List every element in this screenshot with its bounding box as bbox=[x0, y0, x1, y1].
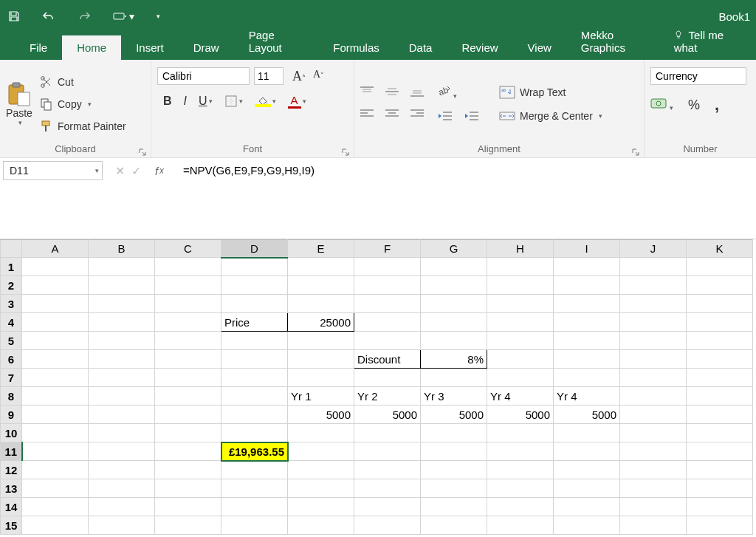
font-size-input[interactable] bbox=[254, 67, 284, 85]
cell-E8[interactable]: Yr 1 bbox=[288, 387, 354, 406]
cell-E5[interactable] bbox=[288, 332, 354, 350]
qat-customize-icon[interactable]: ▾ bbox=[157, 13, 160, 20]
cell-I6[interactable] bbox=[554, 350, 620, 369]
cell-A5[interactable] bbox=[22, 332, 89, 350]
cell-D6[interactable] bbox=[221, 350, 288, 369]
cell-A4[interactable] bbox=[22, 313, 89, 332]
cell-I13[interactable] bbox=[554, 479, 620, 498]
cell-I3[interactable] bbox=[554, 295, 620, 313]
cell-F8[interactable]: Yr 2 bbox=[354, 387, 421, 406]
cell-K2[interactable] bbox=[687, 276, 753, 295]
cell-C10[interactable] bbox=[155, 424, 221, 442]
cell-H1[interactable] bbox=[487, 258, 554, 276]
tab-home[interactable]: Home bbox=[62, 35, 121, 60]
cell-H11[interactable] bbox=[487, 442, 554, 461]
cell-I15[interactable] bbox=[554, 516, 620, 535]
cell-F11[interactable] bbox=[354, 442, 421, 461]
cell-G12[interactable] bbox=[421, 461, 487, 479]
cell-I12[interactable] bbox=[554, 461, 620, 479]
increase-indent-icon[interactable] bbox=[464, 110, 478, 125]
cell-I2[interactable] bbox=[554, 276, 620, 295]
tab-data[interactable]: Data bbox=[394, 35, 447, 60]
cell-C6[interactable] bbox=[155, 350, 221, 369]
cell-H4[interactable] bbox=[487, 313, 554, 332]
cell-G15[interactable] bbox=[421, 516, 487, 535]
merge-center-button[interactable]: Merge & Center ▾ bbox=[499, 109, 602, 123]
save-icon[interactable] bbox=[8, 10, 20, 22]
column-header-B[interactable]: B bbox=[89, 240, 155, 258]
format-painter-button[interactable]: Format Painter bbox=[37, 117, 129, 136]
cell-A9[interactable] bbox=[22, 406, 89, 424]
cell-D14[interactable] bbox=[221, 498, 288, 516]
cell-D15[interactable] bbox=[221, 516, 288, 535]
cell-K8[interactable] bbox=[687, 387, 753, 406]
cell-F12[interactable] bbox=[354, 461, 421, 479]
cell-B10[interactable] bbox=[89, 424, 155, 442]
row-header-7[interactable]: 7 bbox=[1, 369, 22, 387]
cell-F15[interactable] bbox=[354, 516, 421, 535]
cell-J8[interactable] bbox=[620, 387, 687, 406]
cell-C4[interactable] bbox=[155, 313, 221, 332]
cell-K15[interactable] bbox=[687, 516, 753, 535]
cell-B2[interactable] bbox=[89, 276, 155, 295]
alignment-dialog-launcher-icon[interactable] bbox=[632, 146, 641, 154]
cell-C7[interactable] bbox=[155, 369, 221, 387]
borders-button[interactable]: ▾ bbox=[224, 95, 243, 108]
align-middle-icon[interactable] bbox=[385, 86, 399, 100]
decrease-font-icon[interactable]: A˅ bbox=[313, 69, 324, 84]
column-header-C[interactable]: C bbox=[155, 240, 221, 258]
cell-D13[interactable] bbox=[221, 479, 288, 498]
cell-C3[interactable] bbox=[155, 295, 221, 313]
cell-D7[interactable] bbox=[221, 369, 288, 387]
cell-K12[interactable] bbox=[687, 461, 753, 479]
comma-format-button[interactable]: , bbox=[715, 95, 719, 114]
column-header-D[interactable]: D bbox=[221, 240, 288, 258]
cell-H5[interactable] bbox=[487, 332, 554, 350]
align-top-icon[interactable] bbox=[360, 86, 374, 100]
cell-D9[interactable] bbox=[221, 406, 288, 424]
cell-H13[interactable] bbox=[487, 479, 554, 498]
underline-button[interactable]: U▾ bbox=[199, 95, 213, 108]
cell-K14[interactable] bbox=[687, 498, 753, 516]
percent-format-button[interactable]: % bbox=[688, 98, 700, 113]
cell-H10[interactable] bbox=[487, 424, 554, 442]
cell-K1[interactable] bbox=[687, 258, 753, 276]
paste-button[interactable]: Paste ▾ bbox=[6, 82, 32, 126]
column-header-A[interactable]: A bbox=[22, 240, 89, 258]
cell-H14[interactable] bbox=[487, 498, 554, 516]
cell-F7[interactable] bbox=[354, 369, 421, 387]
cell-K5[interactable] bbox=[687, 332, 753, 350]
cell-A13[interactable] bbox=[22, 479, 89, 498]
font-dialog-launcher-icon[interactable] bbox=[342, 146, 351, 154]
cell-K10[interactable] bbox=[687, 424, 753, 442]
cell-I4[interactable] bbox=[554, 313, 620, 332]
cell-J1[interactable] bbox=[620, 258, 687, 276]
cell-J11[interactable] bbox=[620, 442, 687, 461]
tab-file[interactable]: File bbox=[15, 35, 62, 60]
font-color-button[interactable]: A ▾ bbox=[288, 94, 306, 109]
cell-E15[interactable] bbox=[288, 516, 354, 535]
cell-E3[interactable] bbox=[288, 295, 354, 313]
cell-A3[interactable] bbox=[22, 295, 89, 313]
tell-me[interactable]: Tell me what bbox=[667, 23, 756, 60]
wrap-text-button[interactable]: ab Wrap Text bbox=[499, 86, 602, 99]
cell-F1[interactable] bbox=[354, 258, 421, 276]
cell-G2[interactable] bbox=[421, 276, 487, 295]
cell-D2[interactable] bbox=[221, 276, 288, 295]
cell-B5[interactable] bbox=[89, 332, 155, 350]
cell-F4[interactable] bbox=[354, 313, 421, 332]
cell-E9[interactable]: 5000 bbox=[288, 406, 354, 424]
tab-view[interactable]: View bbox=[513, 35, 566, 60]
cell-I1[interactable] bbox=[554, 258, 620, 276]
cell-B11[interactable] bbox=[89, 442, 155, 461]
accounting-format-button[interactable]: ▾ bbox=[650, 97, 673, 113]
cell-D5[interactable] bbox=[221, 332, 288, 350]
cell-D10[interactable] bbox=[221, 424, 288, 442]
column-header-J[interactable]: J bbox=[620, 240, 687, 258]
cell-B1[interactable] bbox=[89, 258, 155, 276]
cut-button[interactable]: Cut bbox=[37, 72, 129, 92]
cell-F10[interactable] bbox=[354, 424, 421, 442]
cell-J5[interactable] bbox=[620, 332, 687, 350]
cell-A7[interactable] bbox=[22, 369, 89, 387]
undo-icon[interactable] bbox=[42, 10, 55, 22]
